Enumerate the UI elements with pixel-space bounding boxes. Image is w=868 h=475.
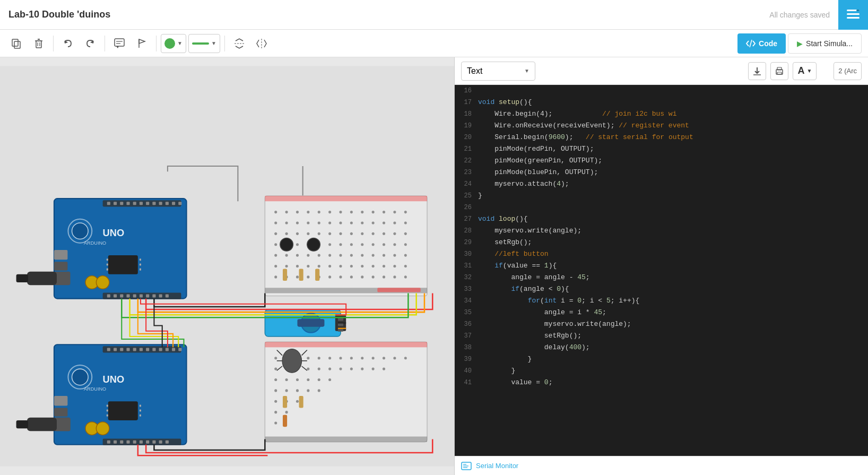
svg-point-54 <box>328 232 331 235</box>
svg-point-81 <box>339 254 342 257</box>
undo-icon <box>63 38 73 49</box>
svg-rect-238 <box>172 348 175 351</box>
svg-point-162 <box>296 389 299 392</box>
copy-button[interactable] <box>6 33 27 54</box>
svg-rect-122 <box>297 319 324 326</box>
print-icon <box>775 66 784 76</box>
line-code-25: } <box>478 190 868 202</box>
undo-button[interactable] <box>58 33 78 54</box>
flag-button[interactable] <box>132 33 152 54</box>
svg-rect-235 <box>152 348 155 351</box>
svg-rect-242 <box>114 441 117 444</box>
svg-point-111 <box>383 275 385 278</box>
line-num-16: 16 <box>455 85 478 97</box>
print-button[interactable] <box>770 62 788 80</box>
code-line-37: 37 setRgb(); <box>455 330 868 342</box>
redo-icon <box>85 38 96 49</box>
svg-point-133 <box>307 357 309 359</box>
svg-point-139 <box>372 357 375 359</box>
svg-point-78 <box>307 254 309 257</box>
svg-rect-213 <box>108 255 138 274</box>
color-picker-button[interactable]: ▼ <box>161 34 186 53</box>
svg-point-152 <box>372 368 375 370</box>
code-toolbar: Text ▼ A ▼ 2 (Ar <box>455 57 868 85</box>
line-code-24: myservo.attach(4); <box>478 178 868 190</box>
redo-button[interactable] <box>80 33 100 54</box>
serial-monitor-bar[interactable]: Serial Monitor <box>455 456 868 475</box>
svg-text:UNO: UNO <box>103 374 125 385</box>
svg-point-100 <box>404 265 407 267</box>
svg-rect-218 <box>140 263 141 265</box>
code-mode-label: Text <box>467 66 482 76</box>
line-code-34: for(int i = 0; i < 5; i++){ <box>478 295 868 307</box>
svg-point-110 <box>372 275 375 278</box>
flip-h-button[interactable] <box>251 33 272 54</box>
delete-button[interactable] <box>29 33 49 54</box>
svg-rect-216 <box>107 269 108 271</box>
svg-rect-202 <box>120 294 123 297</box>
svg-point-140 <box>383 357 385 359</box>
svg-point-138 <box>361 357 363 359</box>
svg-point-50 <box>285 232 288 235</box>
svg-point-92 <box>318 265 320 267</box>
svg-point-169 <box>285 411 288 413</box>
svg-point-154 <box>274 378 277 381</box>
svg-point-27 <box>318 211 320 213</box>
toolbar-separator-2 <box>105 36 105 51</box>
svg-point-31 <box>361 211 363 213</box>
board-selector[interactable]: 2 (Arc <box>834 62 862 80</box>
svg-point-88 <box>274 265 277 267</box>
flip-v-button[interactable] <box>229 33 249 54</box>
code-panel: Text ▼ A ▼ 2 (Ar <box>454 57 868 475</box>
svg-point-49 <box>274 232 277 235</box>
svg-point-114 <box>280 238 293 251</box>
svg-point-43 <box>350 221 353 224</box>
svg-rect-4 <box>14 41 20 48</box>
svg-point-86 <box>393 254 396 257</box>
svg-rect-231 <box>126 348 129 351</box>
svg-point-170 <box>274 421 277 424</box>
code-line-34: 34 for(int i = 0; i < 5; i++){ <box>455 295 868 307</box>
svg-point-34 <box>393 211 396 213</box>
comment-button[interactable] <box>109 33 129 54</box>
code-line-32: 32 angle = angle - 45; <box>455 272 868 283</box>
svg-rect-193 <box>146 202 149 205</box>
svg-point-156 <box>296 378 299 381</box>
svg-point-74 <box>404 243 407 246</box>
code-button[interactable]: Code <box>737 33 786 54</box>
line-num-28: 28 <box>455 225 478 237</box>
toolbar-separator-1 <box>53 36 54 51</box>
trash-icon <box>33 38 44 49</box>
svg-point-171 <box>282 349 302 373</box>
line-num-35: 35 <box>455 307 478 318</box>
code-mode-selector[interactable]: Text ▼ <box>461 62 535 81</box>
svg-rect-187 <box>107 202 110 205</box>
code-line-27: 27 void loop(){ <box>455 213 868 225</box>
line-num-18: 18 <box>455 108 478 120</box>
download-button[interactable] <box>748 62 766 80</box>
line-code-29: setRgb(); <box>478 237 868 248</box>
simulate-button[interactable]: ▶ Start Simula... <box>788 33 862 54</box>
svg-point-148 <box>328 368 331 370</box>
svg-point-47 <box>393 221 396 224</box>
svg-rect-201 <box>114 294 117 297</box>
line-code-23: pinMode(bluePin, OUTPUT); <box>478 167 868 178</box>
menu-button[interactable] <box>838 0 868 30</box>
app-header: Lab-10 Double 'duinos All changes saved <box>0 0 868 30</box>
svg-point-185 <box>72 223 89 239</box>
svg-point-56 <box>350 232 353 235</box>
svg-rect-6 <box>36 41 41 48</box>
svg-point-41 <box>328 221 331 224</box>
svg-rect-215 <box>107 263 108 265</box>
font-size-button[interactable]: A ▼ <box>793 62 817 80</box>
svg-rect-254 <box>108 401 138 420</box>
canvas-area[interactable]: UNO ARDUINO <box>0 57 454 475</box>
svg-rect-264 <box>16 274 28 282</box>
code-editor[interactable]: 16 17 void setup(){ 18 Wire.begin(4); //… <box>455 85 868 456</box>
svg-point-72 <box>383 243 385 246</box>
color-swatch <box>164 38 175 49</box>
svg-point-160 <box>274 389 277 392</box>
circuit-diagram: UNO ARDUINO <box>0 57 454 475</box>
main-toolbar: ▼ ▼ Code ▶ Start Simula. <box>0 30 868 57</box>
line-style-button[interactable]: ▼ <box>188 34 220 53</box>
